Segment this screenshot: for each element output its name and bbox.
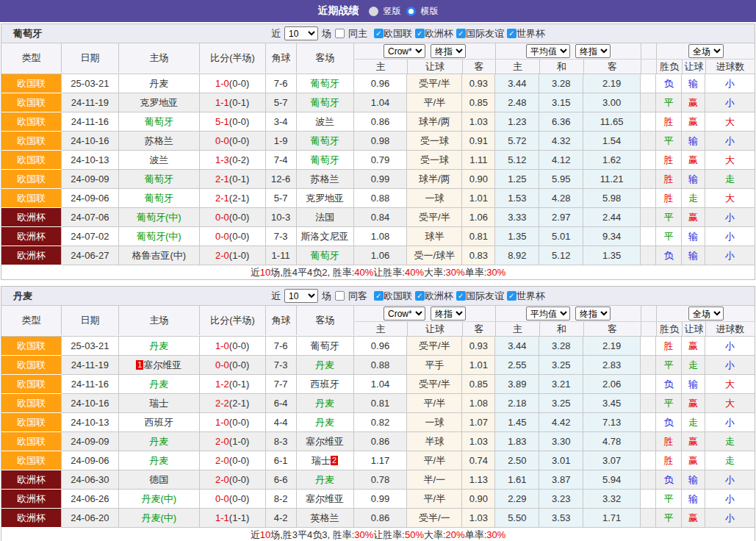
away-odds: 0.74 <box>462 451 495 470</box>
competition-type-badge: 欧国联 <box>1 356 62 375</box>
result-wdl: 负 <box>656 375 682 394</box>
same-venue-checkbox[interactable] <box>335 291 345 301</box>
competition-filters: 欧国联欧洲杯国际友谊世界杯 <box>371 27 545 40</box>
avg-away-odds: 1.71 <box>583 509 641 528</box>
score: 1-0(0-0) <box>200 74 266 93</box>
avg-home-odds: 2.55 <box>495 356 539 375</box>
home-odds-company-select[interactable]: Crow* <box>384 44 425 58</box>
match-date: 24-09-06 <box>62 451 119 470</box>
match-date: 24-09-09 <box>62 170 119 189</box>
average-odds-final-select[interactable]: 终指 <box>575 44 611 58</box>
vertical-layout-radio[interactable] <box>369 7 378 16</box>
score: 5-1(0-0) <box>200 112 266 132</box>
avg-draw-odds: 3.30 <box>539 432 583 451</box>
avg-draw-odds: 3.01 <box>539 451 583 470</box>
recent-count-select[interactable]: 10 <box>284 26 318 40</box>
result-handicap: 走 <box>682 413 705 432</box>
result-goals: 小 <box>705 246 755 265</box>
corners: 8-2 <box>266 490 297 509</box>
avg-away-odds: 1.54 <box>583 132 641 151</box>
score: 2-0(1-0) <box>200 432 266 451</box>
competition-checkbox[interactable] <box>415 29 425 38</box>
competition-checkbox[interactable] <box>456 29 466 38</box>
result-wdl: 平 <box>656 394 682 413</box>
match-date: 24-07-06 <box>62 208 119 227</box>
home-odds: 0.84 <box>354 208 408 227</box>
summary-text: 近 <box>251 529 260 541</box>
corners: 3-4 <box>266 112 297 132</box>
spacer-cell <box>641 451 656 470</box>
score: 2-1(0-1) <box>200 170 266 189</box>
average-odds-final-select[interactable]: 终指 <box>575 307 611 320</box>
competition-checkbox[interactable] <box>507 291 516 301</box>
avg-away-odds: 2.06 <box>583 375 641 394</box>
same-venue-checkbox[interactable] <box>335 29 345 38</box>
corners: 7-3 <box>266 227 297 246</box>
horizontal-layout-radio[interactable] <box>406 7 416 16</box>
table-row: 欧国联 24-09-09 葡萄牙 2-1(0-1) 12-6 苏格兰 0.99 … <box>1 170 755 189</box>
home-odds-final-select[interactable]: 终指 <box>431 44 466 58</box>
handicap: 受平/半 <box>407 375 462 394</box>
table-row: 欧国联 24-11-19 克罗地亚 1-1(0-1) 5-7 葡萄牙 1.04 … <box>1 93 755 112</box>
competition-checkbox[interactable] <box>415 291 425 301</box>
away-team: 葡萄牙 <box>297 132 354 151</box>
column-subheader: 主 <box>496 322 540 336</box>
match-date: 24-06-20 <box>62 509 119 528</box>
summary-text: 单率: <box>465 266 487 279</box>
column-header: 类型 <box>1 306 62 335</box>
spacer-cell <box>641 170 656 189</box>
average-odds-select[interactable]: 平均值 <box>526 307 570 320</box>
table-row: 欧国联 24-09-06 葡萄牙 2-1(2-1) 5-7 克罗地亚 0.88 … <box>1 189 755 208</box>
competition-type-badge: 欧国联 <box>1 93 62 112</box>
competition-checkbox[interactable] <box>374 291 384 301</box>
home-odds: 0.96 <box>354 74 408 93</box>
team-header-bar: 丹麦 近 10 场 同客 欧国联欧洲杯国际友谊世界杯 <box>1 287 755 306</box>
column-subheader: 主 <box>354 60 408 74</box>
spacer-cell <box>641 189 656 208</box>
summary-text: 大率: <box>424 529 446 541</box>
competition-label: 欧国联 <box>384 290 412 303</box>
home-team: 苏格兰 <box>119 132 200 151</box>
recent-count-select[interactable]: 10 <box>284 289 318 303</box>
recent-label: 近 <box>271 27 281 40</box>
away-odds: 0.81 <box>462 227 495 246</box>
home-odds-final-select[interactable]: 终指 <box>431 307 466 320</box>
avg-away-odds: 1.35 <box>583 246 641 265</box>
avg-home-odds: 1.53 <box>495 189 539 208</box>
table-row: 欧国联 24-09-06 丹麦 2-0(0-0) 6-1 瑞士2 1.17 平/… <box>1 451 755 470</box>
avg-draw-odds: 3.23 <box>539 490 583 509</box>
away-team: 葡萄牙 <box>297 93 354 112</box>
score: 1-0(0-0) <box>200 337 266 356</box>
scope-select[interactable]: 全场 <box>688 307 724 320</box>
competition-checkbox[interactable] <box>507 29 516 38</box>
avg-away-odds: 1.62 <box>583 151 641 170</box>
away-odds: 1.01 <box>462 356 495 375</box>
avg-home-odds: 2.18 <box>495 394 539 413</box>
avg-away-odds: 4.78 <box>583 432 641 451</box>
column-subheader: 主 <box>496 60 540 74</box>
handicap: 平/半 <box>407 451 462 470</box>
corners: 5-7 <box>266 93 297 112</box>
summary-text: 10 <box>260 267 270 278</box>
average-odds-select[interactable]: 平均值 <box>526 44 570 58</box>
handicap: 半/一 <box>407 470 462 490</box>
avg-away-odds: 9.34 <box>583 227 641 246</box>
result-handicap: 输 <box>682 170 705 189</box>
avg-away-odds: 2.19 <box>583 337 641 356</box>
competition-type-badge: 欧国联 <box>1 112 62 132</box>
avg-draw-odds: 4.32 <box>539 132 583 151</box>
avg-draw-odds: 3.25 <box>539 394 583 413</box>
home-odds: 1.06 <box>354 246 408 265</box>
table-row: 欧洲杯 24-07-02 葡萄牙(中) 0-0(0-0) 7-3 斯洛文尼亚 1… <box>1 227 755 246</box>
scope-select[interactable]: 全场 <box>688 44 724 58</box>
avg-away-odds: 2.19 <box>583 74 641 93</box>
away-team: 丹麦 <box>297 413 354 432</box>
home-team: 丹麦 <box>119 451 200 470</box>
home-odds: 0.88 <box>354 189 408 208</box>
spacer-cell <box>641 208 656 227</box>
corners: 7-6 <box>266 337 297 356</box>
competition-checkbox[interactable] <box>374 29 384 38</box>
competition-type-badge: 欧洲杯 <box>1 246 62 265</box>
competition-checkbox[interactable] <box>456 291 466 301</box>
home-odds-company-select[interactable]: Crow* <box>384 307 425 320</box>
